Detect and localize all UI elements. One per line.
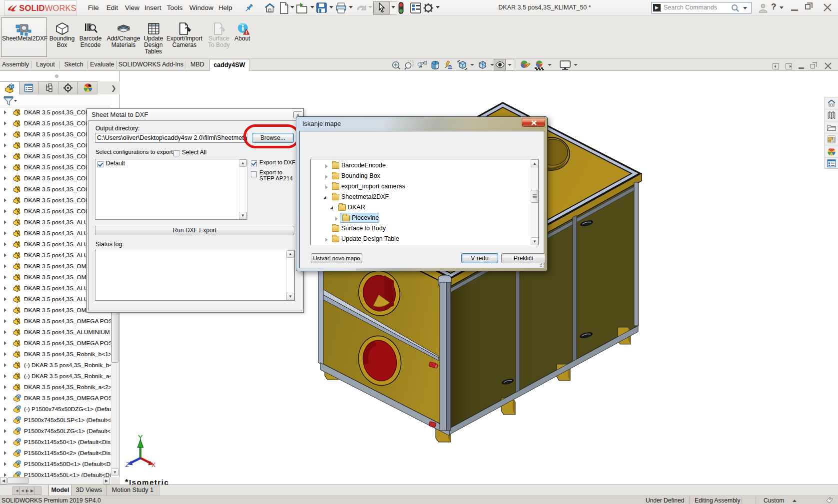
svg-text:X: X — [151, 462, 156, 469]
svg-text:Z: Z — [125, 462, 129, 469]
